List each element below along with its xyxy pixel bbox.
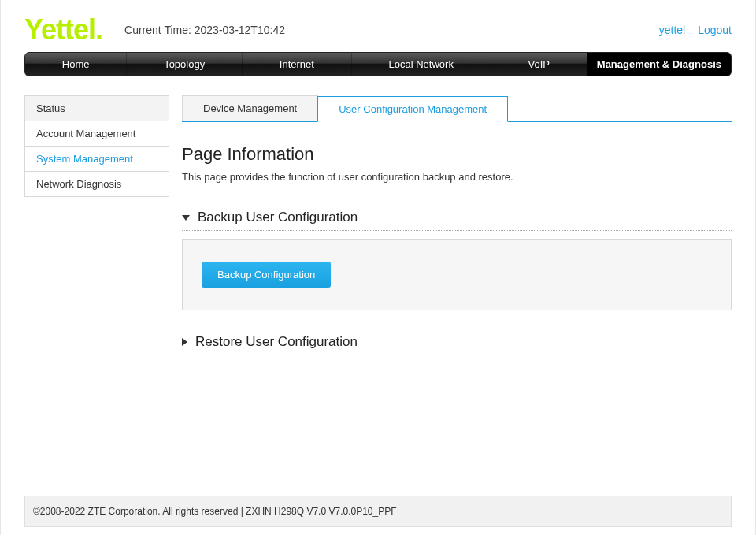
header-left: Yettel. Current Time: 2023-03-12T10:42 [24, 16, 285, 44]
page-description: This page provides the function of user … [182, 171, 732, 183]
current-time-label: Current Time: 2023-03-12T10:42 [124, 24, 285, 36]
nav-internet[interactable]: Internet [243, 53, 352, 76]
subtab-device-management[interactable]: Device Management [182, 95, 318, 121]
footer-text: ©2008-2022 ZTE Corporation. All rights r… [33, 506, 397, 517]
subtab-user-configuration-management[interactable]: User Configuration Management [317, 96, 508, 122]
subtabs: Device Management User Configuration Man… [182, 95, 732, 122]
sidebar-item-system-management[interactable]: System Management [24, 147, 169, 172]
sidebar-item-account-management[interactable]: Account Management [24, 121, 169, 147]
footer: ©2008-2022 ZTE Corporation. All rights r… [24, 496, 732, 527]
nav-local-network[interactable]: Local Network [352, 53, 491, 76]
section-header-restore[interactable]: Restore User Configuration [182, 329, 732, 355]
chevron-right-icon [182, 338, 187, 346]
nav-voip[interactable]: VoIP [491, 53, 587, 76]
sidebar-item-network-diagnosis[interactable]: Network Diagnosis [24, 172, 169, 197]
nav-topology[interactable]: Topology [127, 53, 243, 76]
main: Device Management User Configuration Man… [182, 95, 732, 355]
top-nav: Home Topology Internet Local Network VoI… [24, 52, 732, 76]
nav-management-diagnosis[interactable]: Management & Diagnosis [587, 53, 731, 76]
header-right: yettel Logout [659, 24, 732, 36]
section-header-backup[interactable]: Backup User Configuration [182, 205, 732, 231]
user-link[interactable]: yettel [659, 24, 685, 36]
section-title-backup: Backup User Configuration [198, 210, 358, 225]
sidebar-item-status[interactable]: Status [24, 95, 169, 121]
logout-link[interactable]: Logout [698, 24, 732, 36]
nav-home[interactable]: Home [25, 53, 127, 76]
sidebar: Status Account Management System Managem… [24, 95, 169, 355]
section-title-restore: Restore User Configuration [195, 334, 358, 350]
chevron-down-icon [182, 215, 190, 221]
backup-panel: Backup Configuration [182, 239, 732, 310]
logo: Yettel. [24, 16, 102, 44]
backup-configuration-button[interactable]: Backup Configuration [202, 262, 331, 288]
content-area: Status Account Management System Managem… [1, 76, 755, 355]
header-row: Yettel. Current Time: 2023-03-12T10:42 y… [1, 0, 755, 52]
page-title: Page Information [182, 144, 732, 165]
